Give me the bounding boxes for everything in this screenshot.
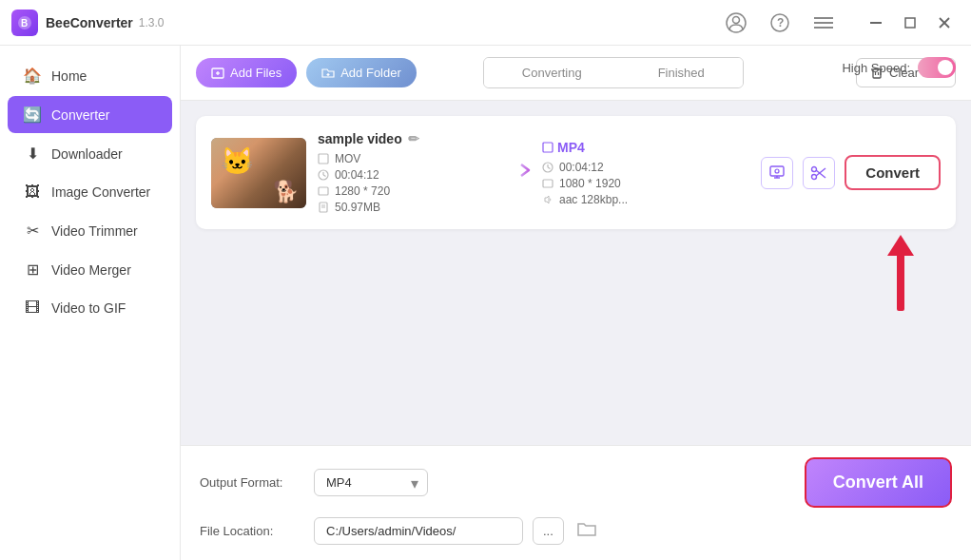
tab-finished[interactable]: Finished: [620, 58, 743, 87]
svg-point-3: [733, 16, 740, 23]
output-duration-row: 00:04:12: [542, 161, 732, 174]
svg-point-39: [812, 166, 817, 171]
convert-arrow: [500, 161, 531, 185]
output-format-select-wrapper: MP4 MOV AVI MKV WebM: [314, 469, 428, 496]
output-format-display: MP4: [542, 140, 732, 155]
audio-icon: [542, 194, 553, 205]
file-meta: MOV 00:04:12: [318, 152, 489, 214]
thumbnail-image: [211, 138, 306, 208]
source-format-row: MOV: [318, 152, 489, 165]
format-icon: [318, 153, 329, 164]
source-resolution-row: 1280 * 720: [318, 184, 489, 198]
sidebar-item-label: Image Converter: [51, 184, 150, 200]
source-size-row: 50.97MB: [318, 201, 489, 214]
app-logo: B: [11, 10, 38, 36]
sidebar-item-image-converter[interactable]: 🖼 Image Converter: [8, 174, 172, 210]
svg-line-32: [548, 167, 551, 169]
arrow-shaft: [897, 254, 904, 311]
open-folder-button[interactable]: [573, 520, 600, 542]
main-layout: 🏠 Home 🔄 Converter ⬇ Downloader 🖼 Image …: [0, 46, 971, 560]
output-format-select[interactable]: MP4 MOV AVI MKV WebM: [314, 469, 428, 496]
add-files-button[interactable]: Add Files: [196, 58, 297, 87]
high-speed-label: High Speed:: [842, 61, 910, 75]
high-speed-toggle[interactable]: [918, 57, 956, 78]
svg-rect-33: [543, 180, 553, 187]
sidebar-item-label: Video to GIF: [51, 300, 126, 316]
add-folder-label: Add Folder: [340, 66, 401, 80]
help-icon[interactable]: ?: [766, 9, 794, 37]
svg-text:?: ?: [777, 16, 784, 29]
sidebar-item-home[interactable]: 🏠 Home: [8, 57, 172, 94]
file-info: sample video ✏ MOV: [318, 131, 489, 214]
user-icon[interactable]: [722, 9, 750, 37]
file-actions: Convert: [761, 155, 941, 190]
sidebar-item-label: Downloader: [51, 146, 123, 162]
converter-icon: 🔄: [23, 106, 42, 124]
add-files-label: Add Files: [230, 66, 282, 80]
browse-button[interactable]: ...: [533, 517, 564, 545]
menu-icon[interactable]: [809, 9, 838, 37]
add-folder-icon: [321, 67, 335, 80]
sidebar-item-label: Video Trimmer: [51, 223, 138, 239]
file-output: MP4 00:04:12: [542, 140, 732, 206]
svg-point-35: [775, 169, 779, 173]
output-res-icon: [542, 178, 553, 189]
app-version: 1.3.0: [139, 16, 165, 29]
minimize-button[interactable]: [861, 8, 891, 38]
sidebar-item-downloader[interactable]: ⬇ Downloader: [8, 135, 172, 172]
gif-icon: 🎞: [23, 299, 42, 317]
output-format-icon: [542, 142, 553, 153]
svg-point-38: [812, 174, 817, 179]
file-list-area: sample video ✏ MOV: [181, 101, 971, 445]
output-audio-row: aac 128kbp...: [542, 193, 732, 206]
content-wrapper: Add Files Add Folder Converting Finished: [181, 46, 971, 560]
svg-rect-34: [770, 166, 784, 176]
sidebar-item-label: Home: [51, 68, 87, 84]
file-thumbnail: [211, 138, 306, 208]
file-location-input[interactable]: [314, 517, 523, 545]
sidebar-item-video-merger[interactable]: ⊞ Video Merger: [8, 251, 172, 288]
cut-icon: [810, 164, 827, 182]
size-icon: [318, 202, 329, 213]
maximize-button[interactable]: [895, 8, 925, 38]
image-icon: 🖼: [23, 183, 42, 201]
svg-text:B: B: [21, 18, 28, 29]
svg-line-23: [323, 175, 326, 177]
high-speed-controls: High Speed:: [842, 57, 956, 78]
convert-all-button[interactable]: Convert All: [805, 457, 952, 508]
app-name: BeeConverter: [46, 15, 133, 30]
file-location-row: File Location: ...: [200, 517, 952, 545]
output-format-label: Output Format:: [200, 475, 304, 490]
output-resolution-row: 1080 * 1920: [542, 177, 732, 190]
sidebar-item-converter[interactable]: 🔄 Converter: [8, 96, 172, 133]
arrow-head: [887, 235, 914, 256]
output-clock-icon: [542, 162, 553, 173]
svg-rect-29: [543, 143, 553, 152]
bottom-bar: Output Format: MP4 MOV AVI MKV WebM Conv…: [181, 445, 971, 560]
file-location-label: File Location:: [200, 524, 304, 538]
source-duration-row: 00:04:12: [318, 168, 489, 182]
add-files-icon: [211, 67, 224, 80]
resolution-icon: [318, 185, 329, 197]
tab-converting[interactable]: Converting: [484, 58, 620, 87]
convert-button[interactable]: Convert: [845, 155, 941, 190]
sidebar-item-video-trimmer[interactable]: ✂ Video Trimmer: [8, 212, 172, 249]
svg-rect-20: [319, 154, 328, 164]
settings-action-button[interactable]: [761, 157, 793, 189]
output-format-row: Output Format: MP4 MOV AVI MKV WebM Conv…: [200, 457, 952, 508]
tab-group: Converting Finished: [483, 57, 744, 88]
output-meta: 00:04:12 1080 * 1920: [542, 161, 732, 206]
edit-name-icon[interactable]: ✏: [408, 131, 419, 146]
cut-action-button[interactable]: [803, 157, 835, 189]
add-folder-button[interactable]: Add Folder: [306, 58, 417, 87]
home-icon: 🏠: [23, 67, 42, 85]
file-card: sample video ✏ MOV: [196, 116, 956, 229]
folder-icon: [577, 520, 596, 537]
downloader-icon: ⬇: [23, 145, 42, 163]
red-arrow: [887, 235, 914, 311]
clock-icon: [318, 169, 329, 181]
sidebar-item-label: Converter: [51, 107, 109, 123]
close-button[interactable]: [929, 8, 960, 38]
svg-rect-10: [905, 18, 915, 28]
sidebar-item-video-to-gif[interactable]: 🎞 Video to GIF: [8, 290, 172, 326]
